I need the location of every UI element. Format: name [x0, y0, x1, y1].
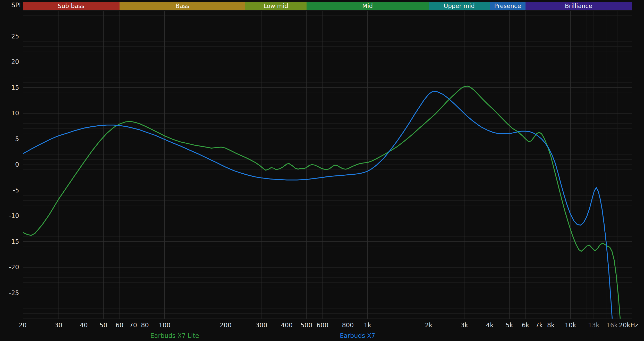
x-tick-1k: 1k	[364, 322, 371, 329]
y-tick--5: -5	[13, 187, 19, 194]
plot-area: 203040506070801002003004005006008001k2k3…	[0, 0, 644, 341]
y-tick--25: -25	[9, 289, 19, 297]
y-tick-15: 15	[11, 84, 19, 91]
x-tick-50: 50	[99, 322, 107, 329]
x-tick-5k: 5k	[506, 322, 513, 329]
x-tick-10k: 10k	[565, 322, 577, 329]
y-tick--15: -15	[9, 238, 19, 245]
y-tick--20: -20	[9, 264, 19, 271]
x-tick-200: 200	[220, 322, 232, 329]
x-tick-30: 30	[55, 322, 63, 329]
x-tick-70: 70	[129, 322, 137, 329]
x-tick-13k: 13k	[588, 322, 599, 329]
x-tick-4k: 4k	[486, 322, 494, 329]
x-tick-16k: 16k	[606, 322, 618, 329]
legend-earbuds-x7-lite[interactable]: Earbuds X7 Lite	[150, 332, 199, 339]
curve-earbuds-x7-lite[interactable]	[23, 86, 622, 339]
curve-earbuds-x7[interactable]	[23, 91, 614, 339]
x-tick-100: 100	[159, 322, 171, 329]
legend: Earbuds X7 Lite Earbuds X7	[0, 332, 644, 340]
x-tick-600: 600	[317, 322, 328, 329]
y-tick-0: 0	[15, 161, 19, 168]
x-tick-60: 60	[116, 322, 124, 329]
x-tick-300: 300	[256, 322, 267, 329]
x-tick-2k: 2k	[425, 322, 432, 329]
y-tick--10: -10	[9, 212, 19, 220]
x-tick-400: 400	[281, 322, 293, 329]
x-tick-6k: 6k	[522, 322, 529, 329]
x-tick-500: 500	[301, 322, 312, 329]
y-tick-10: 10	[11, 110, 19, 117]
legend-earbuds-x7[interactable]: Earbuds X7	[340, 332, 375, 339]
y-tick-20: 20	[11, 58, 19, 66]
y-tick-5: 5	[15, 135, 19, 143]
x-tick-40: 40	[80, 322, 88, 329]
x-tick-7k: 7k	[535, 322, 543, 329]
x-tick-800: 800	[342, 322, 354, 329]
x-tick-20: 20	[19, 322, 27, 329]
x-tick-20kHz: 20kHz	[619, 322, 638, 329]
x-tick-3k: 3k	[461, 322, 468, 329]
y-tick-25: 25	[11, 33, 19, 40]
frequency-response-chart: SPL Sub bassBassLow midMidUpper midPrese…	[0, 0, 644, 341]
x-tick-80: 80	[141, 322, 149, 329]
x-tick-8k: 8k	[547, 322, 555, 329]
